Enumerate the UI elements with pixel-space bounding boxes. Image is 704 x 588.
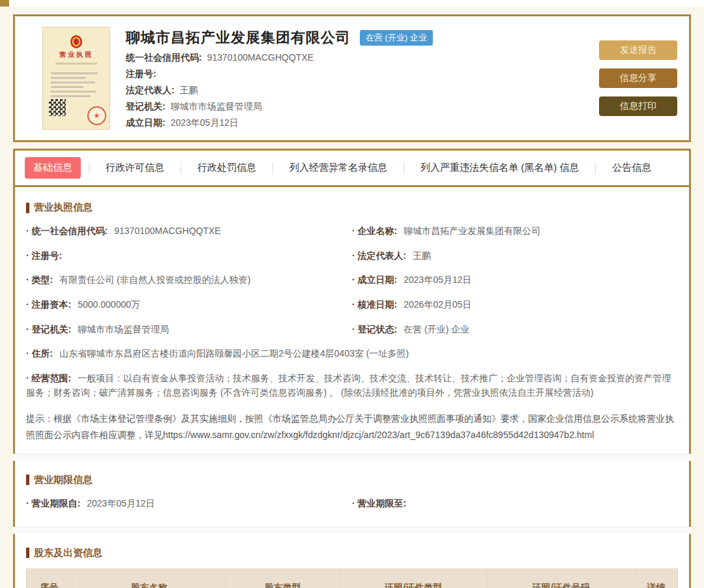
license-text-lines	[51, 70, 102, 100]
field-business-scope: 经营范围:一般项目：以自有资金从事投资活动；技术服务、技术开发、技术咨询、技术交…	[26, 366, 678, 405]
col-header-shareholder-type: 股东类型	[226, 568, 340, 588]
tab-divider	[89, 162, 89, 174]
col-header-index: 序号	[27, 568, 72, 588]
tab-serious-violation-blacklist[interactable]: 列入严重违法失信名单 (黑名单) 信息	[412, 157, 587, 179]
section-divider	[13, 527, 691, 534]
license-title: 营业执照	[59, 50, 93, 59]
field-term-to: 营业期限至:	[352, 492, 678, 516]
license-subline	[55, 63, 96, 65]
tab-divider	[403, 162, 404, 174]
info-print-button[interactable]: 信息打印	[599, 96, 677, 116]
section-title-business-license: 营业执照信息	[26, 201, 678, 214]
tab-divider	[181, 162, 181, 174]
top-left-gold-corner	[0, 0, 9, 7]
tab-basic-info[interactable]: 基础信息	[25, 157, 81, 179]
col-header-cert-type: 证照/证件类型	[340, 568, 488, 588]
business-license-thumbnail: 营业执照 ★	[42, 27, 110, 130]
shareholder-table: 序号 股东名称 股东类型 证照/证件类型 证照/证件号码 详情 1 聊城市人民政…	[26, 568, 678, 588]
company-summary: 聊城市昌拓产业发展集团有限公司 在营 (开业) 企业 统一社会信用代码:9137…	[126, 28, 591, 129]
field-approval-date: 核准日期:2026年02月05日	[352, 293, 678, 317]
top-strip	[0, 0, 704, 7]
detail-card: 基础信息 行政许可信息 行政处罚信息 列入经营异常名录信息 列入严重违法失信名单…	[13, 149, 691, 588]
header-field-registration-no: 注册号:	[126, 68, 591, 80]
col-header-detail: 详情	[635, 568, 677, 588]
basic-info-content: 营业执照信息 统一社会信用代码:91370100MACGHQQTXE 企业名称:…	[15, 187, 689, 588]
section-divider	[13, 454, 691, 461]
national-emblem-icon	[69, 35, 83, 48]
tab-administrative-license[interactable]: 行政许可信息	[97, 157, 173, 179]
field-registration-no: 注册号:	[26, 244, 352, 269]
section-title-bar	[26, 203, 29, 213]
field-term-from: 营业期限自:2023年05月12日	[26, 492, 352, 516]
section-title-business-term: 营业期限信息	[26, 474, 678, 486]
company-header-card: 营业执照 ★ 聊城市昌拓产业发展集团有限公司 在营 (开业) 企业 统一社会信用…	[13, 14, 691, 142]
field-company-type: 类型:有限责任公司 (非自然人投资或控股的法人独资)	[26, 268, 352, 293]
license-red-seal: ★	[87, 106, 106, 125]
tab-divider	[595, 162, 596, 174]
field-address: 住所:山东省聊城市东昌府区古楼街道向阳路颐馨园小区二期2号公建楼4层0403室 …	[26, 342, 678, 366]
header-field-registration-authority: 登记机关:聊城市市场监督管理局	[126, 101, 591, 113]
tab-bar: 基础信息 行政许可信息 行政处罚信息 列入经营异常名录信息 列入严重违法失信名单…	[15, 151, 689, 187]
section-title-bar	[26, 548, 29, 558]
info-share-button[interactable]: 信息分享	[599, 68, 677, 88]
header-action-buttons: 发送报告 信息分享 信息打印	[599, 40, 677, 116]
tab-administrative-penalty[interactable]: 行政处罚信息	[189, 157, 265, 179]
tab-abnormal-operation-list[interactable]: 列入经营异常名录信息	[281, 157, 396, 179]
license-info-grid: 统一社会信用代码:91370100MACGHQQTXE 企业名称:聊城市昌拓产业…	[26, 219, 678, 342]
status-badge: 在营 (开业) 企业	[360, 30, 433, 46]
section-title-shareholders: 股东及出资信息	[26, 547, 678, 559]
field-company-name: 企业名称:聊城市昌拓产业发展集团有限公司	[352, 219, 678, 244]
field-credit-code: 统一社会信用代码:91370100MACGHQQTXE	[26, 219, 352, 244]
license-change-notice: 提示：根据《市场主体登记管理条例》及其实施细则，按照《市场监管总局办公厅关于调整…	[26, 411, 678, 443]
field-legal-representative: 法定代表人:王鹏	[352, 244, 678, 269]
field-registered-capital: 注册资本:5000.000000万	[26, 293, 352, 317]
header-field-legal-representative: 法定代表人:王鹏	[126, 85, 591, 96]
tab-divider	[272, 162, 273, 174]
term-info-grid: 营业期限自:2023年05月12日 营业期限至:	[26, 492, 678, 516]
field-registration-status: 登记状态:在营 (开业) 企业	[352, 317, 678, 342]
col-header-shareholder-name: 股东名称	[72, 568, 226, 588]
send-report-button[interactable]: 发送报告	[599, 40, 677, 60]
company-name: 聊城市昌拓产业发展集团有限公司	[126, 28, 351, 48]
field-registration-authority: 登记机关:聊城市市场监督管理局	[26, 317, 352, 342]
license-qr-code	[49, 99, 66, 116]
tab-announcement-info[interactable]: 公告信息	[604, 157, 660, 179]
field-establishment-date: 成立日期:2023年05月12日	[352, 268, 678, 293]
header-field-credit-code: 统一社会信用代码:91370100MACGHQQTXE	[126, 52, 591, 64]
col-header-cert-number: 证照/证件号码	[488, 568, 636, 588]
shareholder-table-header-row: 序号 股东名称 股东类型 证照/证件类型 证照/证件号码 详情	[27, 568, 678, 588]
section-title-bar	[26, 475, 29, 485]
header-field-establishment-date: 成立日期:2023年05月12日	[126, 117, 591, 129]
